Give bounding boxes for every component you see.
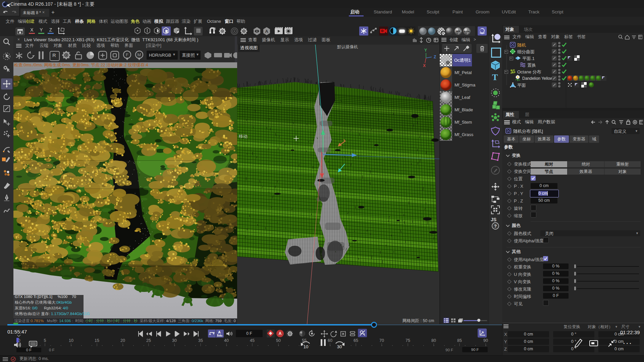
svg-text:M: M bbox=[138, 52, 141, 57]
svg-text:MIX: MIX bbox=[456, 30, 461, 33]
svg-text:Z: Z bbox=[434, 55, 436, 59]
svg-text:X: X bbox=[423, 63, 426, 68]
svg-text:10: 10 bbox=[304, 344, 308, 349]
svg-text:A: A bbox=[265, 29, 268, 34]
svg-text:Y: Y bbox=[424, 48, 427, 53]
svg-text:BLEND: BLEND bbox=[464, 31, 470, 33]
svg-text:30: 30 bbox=[337, 344, 342, 349]
svg-text:F: F bbox=[126, 52, 128, 57]
svg-text:?: ? bbox=[494, 224, 497, 229]
